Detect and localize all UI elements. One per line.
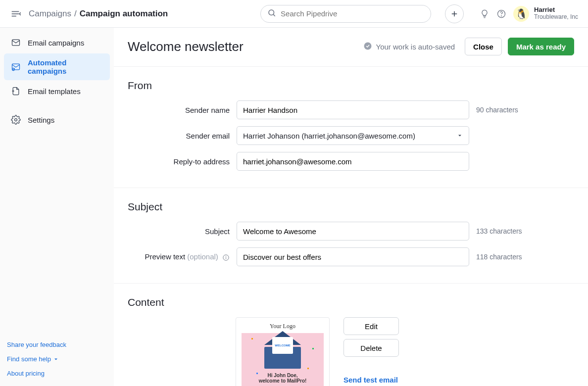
sender-name-hint: 90 characters	[476, 106, 574, 114]
subject-input[interactable]	[237, 222, 469, 241]
breadcrumb-current: Campaign automation	[80, 9, 168, 19]
svg-point-8	[501, 15, 502, 16]
svg-line-4	[273, 14, 275, 16]
svg-marker-17	[458, 135, 461, 137]
chevron-down-icon	[457, 133, 463, 139]
reply-to-input[interactable]	[237, 152, 469, 171]
sender-email-label: Sender email	[128, 132, 230, 140]
tips-icon[interactable]	[480, 9, 490, 19]
sidebar-item-label: Automated campaigns	[28, 58, 103, 75]
subject-hint: 133 characters	[476, 227, 574, 235]
sidebar-item-email-templates[interactable]: Email templates	[4, 81, 110, 101]
template-icon	[11, 86, 21, 96]
automation-icon	[11, 62, 21, 72]
breadcrumb: Campaigns / Campaign automation	[29, 9, 168, 19]
envelope-icon: WELCOME	[264, 341, 301, 369]
preview-text-input[interactable]	[237, 247, 469, 266]
chevron-down-icon	[53, 356, 59, 362]
subject-heading: Subject	[128, 201, 574, 213]
footer-link-label: Find some help	[7, 355, 51, 363]
preview-line1: Hi John Doe,	[267, 373, 297, 378]
preview-text-label: Preview text (optional)	[128, 252, 230, 261]
search-input[interactable]	[260, 5, 431, 23]
svg-point-14	[15, 119, 17, 121]
footer-link-feedback[interactable]: Share your feedback	[7, 341, 107, 348]
svg-point-16	[364, 42, 371, 49]
sidebar-item-label: Email campaigns	[28, 39, 84, 47]
svg-point-20	[226, 256, 226, 256]
svg-marker-15	[54, 358, 57, 360]
sidebar-item-automated-campaigns[interactable]: Automated campaigns	[4, 53, 110, 80]
svg-rect-9	[12, 40, 20, 46]
check-circle-icon	[363, 42, 372, 52]
user-name: Harriet	[534, 6, 578, 14]
from-heading: From	[128, 80, 574, 92]
svg-point-3	[269, 10, 274, 15]
preview-line2: welcome to MailPro!	[259, 378, 307, 384]
envelope-icon	[11, 38, 21, 48]
autosave-text: Your work is auto-saved	[376, 43, 455, 51]
sidebar-item-settings[interactable]: Settings	[4, 110, 110, 130]
sidebar-item-email-campaigns[interactable]: Email campaigns	[4, 33, 110, 52]
close-button[interactable]: Close	[465, 38, 502, 55]
add-button[interactable]	[445, 4, 464, 23]
sender-email-value: Harriet Johanson (harriet.johanson@aweso…	[243, 132, 415, 140]
reply-to-label: Reply-to address	[128, 157, 230, 166]
sender-name-input[interactable]	[237, 100, 469, 119]
autosave-status: Your work is auto-saved	[363, 42, 455, 52]
page-title: Welcome newsletter	[128, 39, 363, 54]
user-menu[interactable]: 🐧 Harriet Troubleware, Inc	[513, 6, 578, 22]
menu-toggle-icon[interactable]	[10, 8, 21, 19]
sender-name-label: Sender name	[128, 106, 230, 114]
user-org: Troubleware, Inc	[534, 14, 578, 21]
help-icon[interactable]	[496, 9, 506, 19]
subject-label: Subject	[128, 227, 230, 236]
breadcrumb-separator: /	[74, 9, 77, 19]
footer-link-help[interactable]: Find some help	[7, 355, 107, 363]
info-icon[interactable]	[222, 254, 230, 261]
content-heading: Content	[128, 296, 574, 308]
search-icon	[267, 8, 276, 19]
sidebar-item-label: Email templates	[28, 87, 81, 96]
template-preview[interactable]: Your Logo WELCOME Hi John Doe, welcome t…	[236, 317, 330, 386]
delete-template-button[interactable]: Delete	[343, 339, 399, 357]
sender-email-select[interactable]: Harriet Johanson (harriet.johanson@aweso…	[237, 126, 469, 145]
breadcrumb-parent[interactable]: Campaigns	[29, 9, 71, 19]
send-test-email-link[interactable]: Send test email	[343, 376, 399, 384]
mark-ready-button[interactable]: Mark as ready	[508, 38, 574, 55]
footer-link-pricing[interactable]: About pricing	[7, 370, 107, 377]
gear-icon	[11, 115, 21, 125]
preview-text-hint: 118 characters	[476, 253, 574, 261]
edit-template-button[interactable]: Edit	[343, 317, 399, 335]
sidebar-item-label: Settings	[28, 116, 54, 124]
avatar: 🐧	[513, 6, 529, 22]
